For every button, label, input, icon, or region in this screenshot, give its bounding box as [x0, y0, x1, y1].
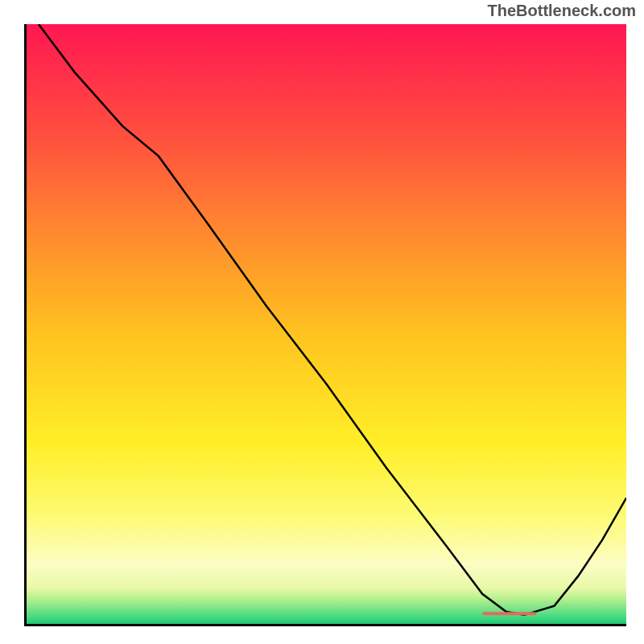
gradient-background — [27, 24, 626, 624]
chart-svg — [27, 24, 626, 624]
marker-segment — [482, 612, 536, 615]
plot-area — [24, 24, 626, 626]
watermark-text: TheBottleneck.com — [488, 2, 636, 20]
chart-container: TheBottleneck.com — [0, 0, 644, 644]
